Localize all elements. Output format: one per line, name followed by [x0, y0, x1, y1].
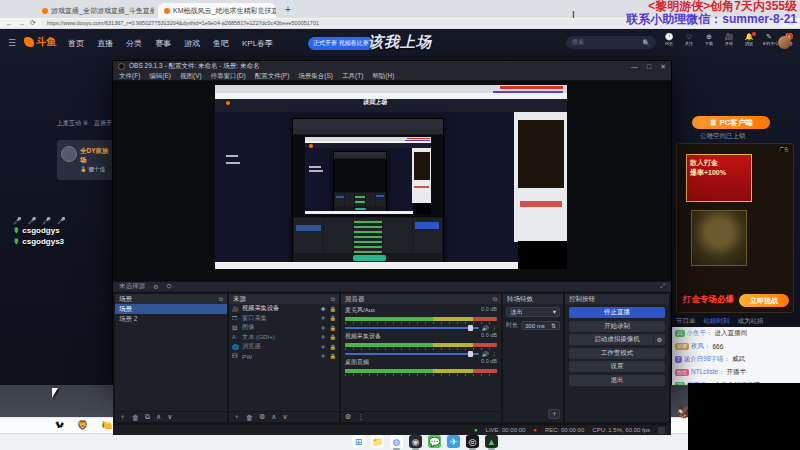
visibility-eye-icon[interactable]: 👁 — [321, 334, 326, 340]
control-button-工作室模式[interactable]: 工作室模式 — [569, 348, 665, 359]
lock-icon[interactable]: 🔒 — [330, 334, 336, 340]
source-properties-icon[interactable]: ⚙ — [259, 413, 265, 421]
scene-item[interactable]: 场景 2 — [115, 314, 227, 324]
obs-menu-文件(F)[interactable]: 文件(F) — [119, 72, 140, 81]
visibility-eye-icon[interactable]: 👁 — [321, 344, 326, 350]
volume-slider[interactable] — [345, 327, 479, 329]
chat-username[interactable]: NTLcliste： — [691, 368, 725, 377]
obs-menu-编辑(E)[interactable]: 编辑(E) — [149, 72, 171, 81]
chat-username[interactable]: 递介日98字喵： — [684, 355, 730, 364]
ad-cta-button[interactable]: 立即挑战 — [739, 294, 789, 307]
mixer-settings-icon[interactable]: ⚙ — [345, 413, 351, 421]
kpl-live-badge[interactable]: 正式开赛 视频看比赛 — [308, 37, 374, 50]
visibility-eye-icon[interactable]: 👁 — [321, 315, 326, 321]
visibility-eye-icon[interactable]: 👁 — [321, 353, 326, 359]
browser-tab[interactable]: KM枪战风云_绝地求生精彩竞技直播× — [158, 3, 276, 18]
taskbar-icon-capture-app[interactable]: ◉ — [409, 435, 422, 448]
source-item[interactable]: A文本 (GDI+)👁🔒 — [229, 333, 339, 343]
scene-item[interactable]: 场景 — [115, 304, 227, 314]
taskbar-icon-obs[interactable]: ◎ — [466, 435, 479, 448]
stepper-arrows-icon[interactable]: ⇅ — [551, 322, 556, 329]
scene-up-icon[interactable]: ∧ — [156, 413, 161, 421]
remove-source-icon[interactable]: 🗑 — [246, 414, 253, 421]
control-button-设置[interactable]: 设置 — [569, 361, 665, 372]
emote-icon[interactable]: 🦁 — [77, 420, 88, 430]
nav-item-KPL春季[interactable]: KPL春季 — [242, 38, 273, 49]
transition-select[interactable]: 淡出 ▾ — [506, 307, 560, 317]
emote-icon[interactable]: 🐿 — [55, 420, 64, 430]
add-source-icon[interactable]: ＋ — [233, 412, 240, 422]
source-down-icon[interactable]: ∨ — [282, 413, 287, 421]
lock-icon[interactable]: 🔒 — [330, 315, 336, 321]
dock-pin-icon[interactable]: ⧉ — [219, 296, 223, 303]
duration-stepper[interactable]: 300 ms⇅ — [521, 321, 560, 330]
obs-menu-场景集合(S)[interactable]: 场景集合(S) — [298, 72, 333, 81]
user-avatar[interactable] — [778, 36, 791, 49]
nav-item-游戏[interactable]: 游戏 — [184, 38, 200, 49]
obs-preview[interactable]: 该我上场 — [113, 81, 671, 281]
side-tab-节目单[interactable]: 节目单 — [676, 317, 696, 326]
taskbar-icon-start[interactable]: ⊞ — [352, 435, 365, 448]
lock-icon[interactable]: 🔒 — [330, 325, 336, 331]
back-icon[interactable]: ← — [6, 20, 13, 27]
action-创作中心[interactable]: ✎创作中心 — [762, 33, 776, 46]
source-up-icon[interactable]: ∧ — [271, 413, 276, 421]
source-item[interactable]: 🖼图像👁🔒 — [229, 323, 339, 333]
lock-icon[interactable]: 🔒 — [330, 306, 336, 312]
mixer-menu-icon[interactable]: ⋮ — [357, 413, 364, 421]
close-icon[interactable]: ✕ — [660, 63, 666, 71]
game-ad-banner[interactable]: 广告 散人打金 爆率+100% 打金专场必爆 立即挑战 — [676, 143, 794, 313]
menu-burger-icon[interactable]: ☰ — [8, 38, 16, 48]
source-item[interactable]: 🎞PW👁🔒 — [229, 352, 339, 362]
action-开播[interactable]: 🎥开播 — [722, 33, 736, 46]
search-input[interactable]: 搜索 🔍 — [566, 36, 656, 49]
douyu-logo[interactable]: 斗鱼 — [24, 35, 56, 49]
nav-item-首页[interactable]: 首页 — [68, 38, 84, 49]
obs-titlebar[interactable]: OBS 29.1.3 - 配置文件: 未命名 - 场景: 未命名 — □ ✕ — [113, 61, 671, 72]
room-toggle-row[interactable]: 上麦互动 ⑧ 直播开关 — [57, 119, 118, 128]
nav-item-分类[interactable]: 分类 — [126, 38, 142, 49]
virtual-cam-gear-icon[interactable]: ⚙ — [653, 334, 665, 345]
action-关注[interactable]: ♡关注 — [682, 33, 696, 46]
source-item[interactable]: 🗔窗口采集👁🔒 — [229, 314, 339, 324]
visibility-eye-icon[interactable]: 👁 — [321, 306, 326, 312]
nav-item-直播[interactable]: 直播 — [97, 38, 113, 49]
obs-menu-停靠窗口(D)[interactable]: 停靠窗口(D) — [211, 72, 246, 81]
source-filters-icon[interactable]: ⛭ — [166, 283, 171, 290]
taskbar-icon-wechat[interactable]: 💬 — [428, 435, 441, 448]
dock-pin-icon[interactable]: ⧉ — [493, 296, 497, 303]
minimize-icon[interactable]: — — [631, 63, 638, 71]
control-button-停止直播[interactable]: 停止直播 — [569, 307, 665, 318]
duplicate-scene-icon[interactable]: ⧉ — [145, 413, 150, 421]
control-button-开始录制[interactable]: 开始录制 — [569, 321, 665, 332]
obs-menu-帮助(H)[interactable]: 帮助(H) — [372, 72, 394, 81]
obs-menu-视图(V)[interactable]: 视图(V) — [180, 72, 202, 81]
obs-menu-配置文件(P)[interactable]: 配置文件(P) — [255, 72, 290, 81]
reload-icon[interactable]: ⟳ — [30, 19, 36, 27]
forward-icon[interactable]: → — [18, 20, 25, 27]
action-下载[interactable]: ⊕下载 — [702, 33, 716, 46]
family-card[interactable]: 全DY家族场 🏅 棚十佳 — [57, 140, 114, 180]
side-tab-成为站姐[interactable]: 成为站姐 — [738, 317, 764, 326]
source-item[interactable]: 🎥视频采集设备👁🔒 — [229, 304, 339, 314]
remove-scene-icon[interactable]: 🗑 — [132, 414, 139, 421]
volume-slider[interactable] — [345, 353, 479, 355]
side-tab-站姐时刻[interactable]: 站姐时刻 — [704, 317, 730, 326]
obs-menu-工具(T)[interactable]: 工具(T) — [342, 72, 363, 81]
taskbar-icon-green-app[interactable]: ▲ — [485, 435, 498, 448]
dock-pin-icon[interactable]: ⧉ — [331, 296, 335, 303]
action-历史[interactable]: 🕐历史 — [662, 33, 676, 46]
chat-username[interactable]: 小鱼干： — [687, 329, 713, 338]
preview-expand-icon[interactable]: ⤢ — [660, 283, 665, 290]
add-scene-icon[interactable]: ＋ — [119, 412, 126, 422]
new-tab-button[interactable]: + — [285, 4, 291, 15]
action-消息[interactable]: 🔔消息 — [742, 33, 756, 46]
maximize-icon[interactable]: □ — [647, 63, 651, 71]
nav-item-赛事[interactable]: 赛事 — [155, 38, 171, 49]
add-transition-button[interactable]: ＋ — [548, 409, 560, 419]
visibility-eye-icon[interactable]: 👁 — [321, 325, 326, 331]
lock-icon[interactable]: 🔒 — [330, 344, 336, 350]
control-button-启动虚拟摄像机[interactable]: 启动虚拟摄像机⚙ — [569, 334, 665, 345]
source-item[interactable]: 🌐浏览器👁🔒 — [229, 342, 339, 352]
pc-client-button[interactable]: 🖥PC客户端 — [692, 116, 770, 129]
